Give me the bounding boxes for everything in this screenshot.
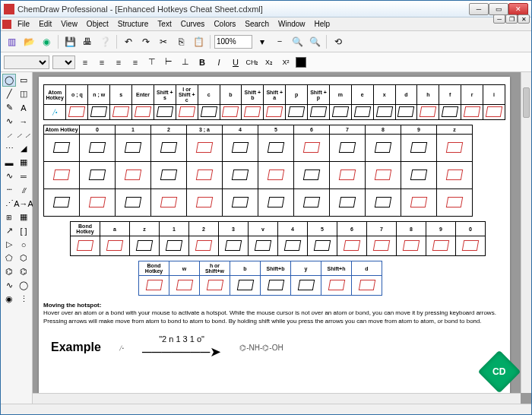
globe-icon[interactable]: ◉: [39, 34, 54, 49]
menu-help[interactable]: Help: [310, 19, 335, 29]
bond-tool-icon[interactable]: ⟋: [2, 128, 16, 141]
col-head: d: [395, 85, 417, 105]
align-left-icon[interactable]: ≡: [78, 55, 92, 69]
zoom-reset-icon[interactable]: 🔍: [290, 34, 305, 49]
vertical-scrollbar[interactable]: [521, 72, 531, 393]
menu-view[interactable]: View: [56, 19, 82, 29]
play-tool-icon[interactable]: ▷: [2, 238, 16, 251]
size-select[interactable]: [52, 55, 75, 69]
zoom-out-icon[interactable]: －: [272, 34, 287, 49]
align-bottom-icon[interactable]: ⊥: [179, 55, 192, 69]
redo-icon[interactable]: ↷: [138, 34, 154, 49]
dashed-bond-icon[interactable]: ┄: [2, 183, 16, 196]
menu-curves[interactable]: Curves: [176, 19, 210, 29]
atom-label-icon[interactable]: A→A: [17, 197, 30, 210]
maximize-button[interactable]: ▭: [489, 3, 508, 15]
structure-cell: [130, 236, 160, 256]
print-icon[interactable]: 🖶: [80, 34, 95, 49]
menu-search[interactable]: Search: [240, 19, 274, 29]
superscript-button[interactable]: X²: [279, 55, 293, 69]
menu-edit[interactable]: Edit: [34, 19, 56, 29]
menu-text[interactable]: Text: [153, 19, 176, 29]
example-hotkey-text: "2 n 1 3 1 o": [142, 334, 221, 344]
col-head: 8: [397, 222, 426, 236]
cut-icon[interactable]: ✂: [156, 34, 171, 49]
doc-restore-button[interactable]: ❐: [505, 14, 518, 24]
benzene-tool-icon[interactable]: ⌬: [2, 265, 16, 278]
menu-object[interactable]: Object: [82, 19, 113, 29]
minimize-button[interactable]: ─: [469, 3, 489, 15]
formula-button[interactable]: CH₂: [245, 55, 259, 69]
copy-icon[interactable]: ⎘: [173, 34, 188, 49]
menu-file[interactable]: File: [13, 19, 34, 29]
zoom-input[interactable]: [214, 35, 252, 49]
structure-cell: [308, 236, 337, 256]
doc-minimize-button[interactable]: ─: [493, 14, 505, 24]
ring-tool-icon[interactable]: ◯: [17, 279, 30, 292]
lasso-tool-icon[interactable]: ◯: [2, 74, 16, 87]
align-center-icon[interactable]: ≡: [95, 55, 109, 69]
col-head: 5: [308, 222, 337, 236]
template-tool-icon[interactable]: ◉: [2, 293, 16, 306]
doc-close-button[interactable]: ✕: [518, 14, 530, 24]
structure-cell: [223, 135, 258, 162]
double-bond-icon[interactable]: ═: [17, 169, 30, 182]
underline-button[interactable]: U: [229, 55, 242, 69]
italic-button[interactable]: I: [212, 55, 226, 69]
close-button[interactable]: ✕: [508, 3, 528, 15]
marquee-tool-icon[interactable]: ▭: [17, 74, 30, 87]
pen-tool-icon[interactable]: ✎: [2, 101, 16, 114]
bold-button[interactable]: B: [195, 55, 209, 69]
save-icon[interactable]: 💾: [62, 34, 78, 49]
hotspot-heading: Moving the hotspot:: [43, 302, 505, 309]
line-tool-icon[interactable]: ╱: [2, 87, 16, 100]
hexagon-tool-icon[interactable]: ⬡: [17, 252, 30, 265]
bracket-tool-icon[interactable]: [ ]: [17, 224, 30, 237]
wavy-bond-icon[interactable]: ∿: [2, 169, 16, 182]
subscript-button[interactable]: X₂: [262, 55, 276, 69]
chain2-tool-icon[interactable]: ∿: [2, 279, 16, 292]
paste-icon[interactable]: 📋: [191, 34, 206, 49]
zoom-in-icon[interactable]: 🔍: [307, 34, 322, 49]
arrow-tool-icon[interactable]: →: [17, 115, 30, 128]
hash-bond-icon[interactable]: ▦: [17, 156, 30, 169]
cleanup-icon[interactable]: ⟲: [331, 34, 346, 49]
color-swatch[interactable]: [296, 57, 306, 68]
align-middle-icon[interactable]: ⊢: [162, 55, 176, 69]
circle-tool-icon[interactable]: ○: [17, 238, 30, 251]
text-tool-icon[interactable]: A: [17, 101, 30, 114]
pentagon-tool-icon[interactable]: ⬠: [2, 252, 16, 265]
benzene2-tool-icon[interactable]: ⌬: [17, 265, 30, 278]
open-icon[interactable]: 📂: [21, 34, 36, 49]
align-top-icon[interactable]: ⊤: [145, 55, 159, 69]
wedge-tool-icon[interactable]: ◢: [17, 142, 30, 155]
horizontal-scrollbar[interactable]: [33, 393, 521, 404]
undo-icon[interactable]: ↶: [121, 34, 136, 49]
structure-cell: [116, 162, 151, 189]
chain-tool-icon[interactable]: ⟋⟋: [17, 128, 30, 141]
hashed-bond-icon[interactable]: ⫽: [17, 183, 30, 196]
eraser-tool-icon[interactable]: ◫: [17, 87, 30, 100]
zoom-dropdown-icon[interactable]: ▾: [255, 34, 270, 49]
canvas-area[interactable]: Atom Hotkeyo ; qn ; wsEnterShift + sI or…: [33, 72, 531, 404]
more-tool-icon[interactable]: ⋮: [17, 293, 30, 306]
dotted-tool-icon[interactable]: ⋯: [2, 142, 16, 155]
align-justify-icon[interactable]: ≡: [128, 55, 142, 69]
new-doc-icon[interactable]: ▥: [4, 34, 19, 49]
menu-window[interactable]: Window: [274, 19, 310, 29]
font-select[interactable]: [4, 55, 49, 69]
arrow2-tool-icon[interactable]: ↗: [2, 224, 16, 237]
col-head: 0: [80, 125, 116, 135]
help-icon[interactable]: ❔: [97, 34, 112, 49]
align-right-icon[interactable]: ≡: [112, 55, 125, 69]
menu-structure[interactable]: Structure: [113, 19, 154, 29]
menu-colors[interactable]: Colors: [209, 19, 240, 29]
structure-cell: [417, 105, 439, 120]
solid-bond-icon[interactable]: ▬: [2, 156, 16, 169]
table-tool-icon[interactable]: ⊞: [2, 211, 16, 223]
structure-cell: [321, 276, 352, 296]
scrollbar-thumb[interactable]: [523, 87, 530, 118]
structure-cell: [44, 162, 80, 189]
curve-tool-icon[interactable]: ∿: [2, 115, 16, 128]
grid-tool-icon[interactable]: ▦: [17, 211, 30, 223]
